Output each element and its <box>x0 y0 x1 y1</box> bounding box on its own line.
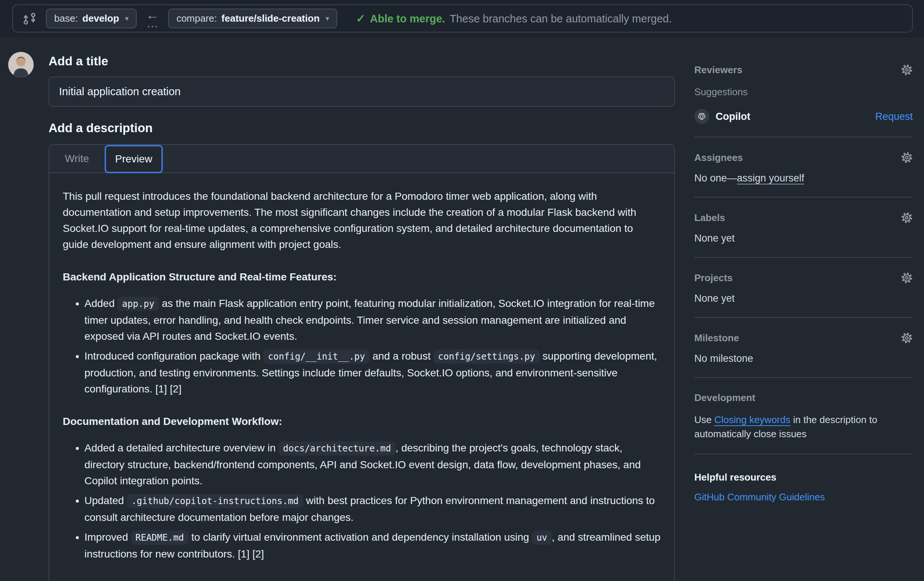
tab-preview[interactable]: Preview <box>105 145 163 173</box>
development-section-header: Development <box>694 392 913 404</box>
copilot-icon <box>694 109 709 124</box>
inline-code: docs/architecture.md <box>279 441 396 456</box>
milestone-heading: Milestone <box>694 332 739 344</box>
milestone-section-header: Milestone <box>694 332 913 344</box>
reviewers-heading: Reviewers <box>694 64 742 76</box>
preview-bullet-item: Added a detailed architecture overview i… <box>84 440 661 489</box>
base-branch-selector[interactable]: base: develop ▾ <box>46 8 137 28</box>
milestone-value: No milestone <box>694 353 913 365</box>
preview-closing-paragraph: These changes lay the groundwork for a m… <box>63 578 661 581</box>
assignees-section-header: Assignees <box>694 152 913 163</box>
tab-write[interactable]: Write <box>49 145 105 173</box>
projects-heading: Projects <box>694 272 733 284</box>
preview-section-heading: Backend Application Structure and Real-t… <box>63 269 661 285</box>
check-icon: ✓ <box>356 12 365 25</box>
inline-code: config/settings.py <box>434 350 540 364</box>
preview-bullet-list: Added a detailed architecture overview i… <box>63 440 661 562</box>
copilot-suggestion-row: Copilot Request <box>694 109 913 124</box>
inline-code: app.py <box>118 297 159 311</box>
request-review-link[interactable]: Request <box>875 111 913 122</box>
development-heading: Development <box>694 392 755 404</box>
projects-value: None yet <box>694 293 913 304</box>
sidebar-divider <box>694 454 913 454</box>
gear-icon[interactable] <box>901 212 913 224</box>
editor-tab-bar: Write Preview <box>49 145 674 173</box>
preview-bullet-item: Introduced configuration package with co… <box>84 348 661 397</box>
development-help-text: Use Closing keywords in the description … <box>694 413 913 441</box>
projects-section-header: Projects <box>694 272 913 284</box>
sidebar-divider <box>694 197 913 198</box>
labels-value: None yet <box>694 233 913 244</box>
pr-title-input[interactable] <box>49 76 675 107</box>
inline-code: .github/copilot-instructions.md <box>127 494 303 508</box>
sidebar-divider <box>694 377 913 378</box>
gear-icon[interactable] <box>901 332 913 344</box>
merge-status-text: Able to merge. <box>370 13 445 25</box>
preview-section-heading: Documentation and Development Workflow: <box>63 413 661 429</box>
inline-code: config/__init__.py <box>263 350 370 364</box>
copilot-reviewer-name: Copilot <box>716 111 750 122</box>
description-section-heading: Add a description <box>49 121 675 135</box>
merge-status: ✓ Able to merge. These branches can be a… <box>356 12 672 25</box>
git-compare-icon <box>23 12 36 25</box>
pull-request-compare-page: base: develop ▾ ← … compare: feature/sli… <box>0 0 924 581</box>
assignees-value: No one—assign yourself <box>694 173 913 184</box>
reviewers-section-header: Reviewers <box>694 64 913 76</box>
compare-label: compare: <box>176 13 217 24</box>
title-section-heading: Add a title <box>49 54 675 68</box>
inline-code: README.md <box>131 531 189 545</box>
base-label: base: <box>54 13 78 24</box>
avatar <box>8 52 34 77</box>
preview-bullet-list: Added app.py as the main Flask applicati… <box>63 295 661 397</box>
sidebar-divider <box>694 137 913 137</box>
sidebar-divider <box>694 257 913 257</box>
compare-branch-name: feature/slide-creation <box>221 13 320 24</box>
preview-bullet-item: Added app.py as the main Flask applicati… <box>84 295 661 344</box>
chevron-down-icon: ▾ <box>326 14 329 23</box>
compare-direction-arrow: ← … <box>146 8 159 29</box>
helpful-resources-heading: Helpful resources <box>694 472 913 483</box>
markdown-preview: This pull request introduces the foundat… <box>49 173 674 581</box>
labels-heading: Labels <box>694 212 725 224</box>
preview-bullet-item: Updated .github/copilot-instructions.md … <box>84 492 661 525</box>
preview-bullet-item: Improved README.md to clarify virtual en… <box>84 529 661 562</box>
gear-icon[interactable] <box>901 272 913 284</box>
inline-code: uv <box>532 531 552 545</box>
base-branch-name: develop <box>82 13 119 24</box>
sidebar-divider <box>694 317 913 318</box>
pr-form-column: Add a title Add a description Write Prev… <box>49 52 675 581</box>
pr-sidebar: Reviewers Suggestions Copilot Request <box>694 0 913 503</box>
reviewers-suggestions-label: Suggestions <box>694 86 913 98</box>
gear-icon[interactable] <box>901 152 913 163</box>
compare-branch-selector[interactable]: compare: feature/slide-creation ▾ <box>168 8 337 28</box>
labels-section-header: Labels <box>694 212 913 224</box>
preview-paragraph: This pull request introduces the foundat… <box>63 188 661 253</box>
assignees-heading: Assignees <box>694 152 743 163</box>
community-guidelines-link[interactable]: GitHub Community Guidelines <box>694 491 825 503</box>
merge-status-message: These branches can be automatically merg… <box>450 13 672 25</box>
gear-icon[interactable] <box>901 64 913 76</box>
closing-keywords-link[interactable]: Closing keywords <box>714 414 790 425</box>
range-dots: … <box>147 17 159 29</box>
assign-yourself-link[interactable]: assign yourself <box>737 173 804 184</box>
chevron-down-icon: ▾ <box>125 14 129 23</box>
description-editor: Write Preview This pull request introduc… <box>49 144 675 581</box>
